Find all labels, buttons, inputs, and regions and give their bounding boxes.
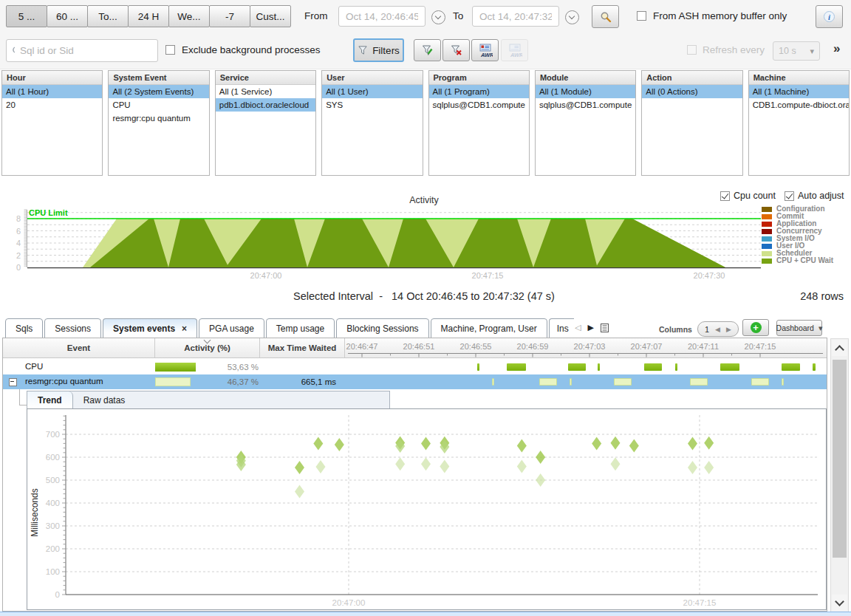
tab-label-ins: Ins [557,324,569,334]
tab-pga-usage[interactable]: PGA usage [199,318,264,338]
ash-buffer-checkbox[interactable] [637,11,646,21]
info-button[interactable]: i [816,5,843,28]
magnifier-icon [600,11,612,23]
timeline-bar [614,378,632,386]
scroll-down-arrow[interactable] [832,595,847,611]
activity-percent: 53,63 % [201,363,259,372]
subtab-raw-datas[interactable]: Raw datas [73,391,136,408]
area-series-cpu-cpu-wait [90,219,725,267]
filter-item-sys[interactable]: SYS [322,98,422,112]
funnel-icon [358,45,368,55]
filter-item-sqlplus-cdb1-compute[interactable]: sqlplus@CDB1.compute [429,98,529,112]
tab-close-icon[interactable]: × [182,324,187,334]
column-header-event[interactable]: Event [3,338,155,357]
to-time-dropdown-icon[interactable] [565,10,579,24]
tab-system-events[interactable]: System events× [103,318,197,338]
search-run-button[interactable] [592,5,619,28]
svg-text:6: 6 [16,227,21,236]
tab-sessions[interactable]: Sessions [44,318,101,338]
range-button-5[interactable]: 5 ... [6,5,47,27]
filter-item-pdb1-dbioct-oraclecloud[interactable]: pdb1.dbioct.oraclecloud [216,98,315,112]
sql-search-input[interactable] [18,44,152,57]
filter-item-cdb1-compute-dbioct-orac[interactable]: CDB1.compute-dbioct.orac [749,98,849,112]
legend-swatch-application [762,222,772,227]
range-button-60[interactable]: 60 ... [47,5,88,27]
columns-spinner[interactable]: 1 ◀ ▶ [697,321,739,337]
funnel-clear-icon [451,44,462,56]
tab-sqls[interactable]: Sqls [5,318,43,338]
subtab-trend[interactable]: Trend [27,391,73,408]
awr-icon: AWR [478,44,493,58]
scatter-point [592,437,601,450]
scrollbar-thumb[interactable] [833,360,847,558]
clear-filter-button[interactable] [442,39,470,61]
exclude-background-checkbox[interactable] [165,45,175,55]
scatter-point [536,451,545,464]
filter-item-all-1-program[interactable]: All (1 Program) [429,85,529,98]
columns-increment-icon[interactable]: ▶ [726,326,731,333]
info-icon: i [823,10,835,23]
legend-swatch-system-i-o [762,236,772,242]
tab-scroll-right-icon[interactable]: ▶ [587,323,593,332]
expand-toolbar-icon[interactable]: » [833,41,840,56]
rows-count: 248 rows [800,290,844,302]
scatter-point [688,437,697,450]
tab-scroll-left-icon[interactable]: ◁ [575,323,581,332]
sort-indicator-icon [203,337,211,344]
tab-temp-usage[interactable]: Temp usage [266,318,335,338]
scatter-point [295,485,304,499]
select-caret-icon: ▾ [810,47,814,56]
tab-ins[interactable]: Ins [549,318,574,338]
filter-item-sqlplus-cdb1-compute[interactable]: sqlplus@CDB1.compute [536,98,635,112]
timeline-label-3: 20:46:59 [517,342,549,351]
filter-panel-title-action: Action [642,71,742,85]
filter-item-all-1-hour[interactable]: All (1 Hour) [2,85,102,98]
table-row-cpu[interactable]: CPU53,63 % [3,360,827,374]
filter-item-all-2-system-events[interactable]: All (2 System Events) [109,85,208,98]
filters-toggle-button[interactable]: Filters [353,38,404,62]
tab-label-temp-usage: Temp usage [276,324,324,334]
scroll-up-arrow[interactable] [832,340,847,356]
svg-text:20:47:15: 20:47:15 [683,598,717,607]
tab-blocking-sessions[interactable]: Blocking Sessions [336,318,428,338]
table-row-resmgr-cpu-quantum[interactable]: resmgr:cpu quantum46,37 %665,1 ms [3,374,827,389]
filter-item-cpu[interactable]: CPU [109,98,208,112]
svg-text:300: 300 [46,521,60,530]
row-expander-icon[interactable] [9,378,17,386]
edit-filter-button[interactable] [414,39,441,61]
dashboard-button[interactable]: Dashboard ▾ [776,320,822,336]
filter-item-resmgr-cpu-quantum[interactable]: resmgr:cpu quantum [109,112,208,125]
from-datetime-input[interactable] [338,6,426,27]
to-datetime-input[interactable] [472,6,559,27]
range-button-cust[interactable]: Cust... [250,5,291,27]
filter-item-all-1-service[interactable]: All (1 Service) [216,85,315,98]
scatter-point [629,439,639,453]
timeline-bar [782,378,784,386]
vertical-scrollbar[interactable] [830,338,849,612]
activity-legend: ConfigurationCommitApplicationConcurrenc… [762,205,849,264]
columns-decrement-icon[interactable]: ◀ [715,326,720,333]
add-tab-button[interactable]: + [742,319,769,336]
filter-item-20[interactable]: 20 [2,98,102,112]
column-header-max-time-waited[interactable]: Max Time Waited [260,338,345,357]
range-button-we[interactable]: We... [168,5,210,27]
filter-item-all-1-user[interactable]: All (1 User) [322,85,422,98]
auto-adjust-checkbox[interactable] [785,191,794,201]
filter-item-all-0-actions[interactable]: All (0 Actions) [642,85,742,98]
range-button-7[interactable]: -7 [209,5,250,27]
filter-item-all-1-module[interactable]: All (1 Module) [536,85,635,98]
range-button-to[interactable]: To... [87,5,129,27]
tab-machine-program-user[interactable]: Machine, Program, User [431,318,547,338]
scatter-point [611,457,621,470]
selected-interval-text: Selected Interval - 14 Oct 20:46:45 to 2… [0,290,848,302]
range-button-24-h[interactable]: 24 H [128,5,169,27]
svg-text:20:47:30: 20:47:30 [694,271,725,280]
filter-panel-title-machine: Machine [749,71,849,85]
tab-list-icon[interactable] [601,324,609,332]
awr-report-button[interactable]: AWR [471,39,499,61]
column-header-activity[interactable]: Activity (%) [155,338,260,357]
legend-swatch-cpu-cpu-wait [762,259,772,264]
filter-item-all-1-machine[interactable]: All (1 Machine) [749,85,849,98]
from-time-dropdown-icon[interactable] [431,10,445,24]
timeline-bar [720,363,739,371]
